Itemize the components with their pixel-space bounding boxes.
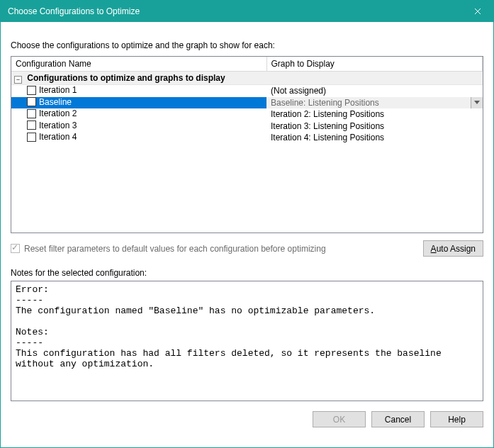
row-label: Iteration 1: [39, 85, 77, 95]
close-button[interactable]: [461, 1, 493, 22]
table-row[interactable]: Iteration 3 Iteration 3: Listening Posit…: [11, 121, 483, 133]
row-label: Iteration 2: [39, 108, 77, 118]
row-checkbox[interactable]: [27, 121, 36, 130]
cancel-button[interactable]: Cancel: [371, 411, 425, 427]
table-row[interactable]: Baseline Baseline: Listening Positions: [11, 97, 483, 109]
row-checkbox[interactable]: [27, 133, 36, 142]
auto-assign-button[interactable]: Auto Assign: [423, 240, 483, 257]
row-checkbox[interactable]: [27, 97, 36, 106]
table-row[interactable]: Iteration 4 Iteration 4: Listening Posit…: [11, 132, 483, 144]
row-checkbox[interactable]: [27, 109, 36, 118]
collapse-toggle-icon[interactable]: −: [14, 76, 22, 84]
ok-button: OK: [313, 411, 366, 427]
graph-cell[interactable]: (Not assigned): [266, 85, 483, 97]
instruction-text: Choose the configurations to optimize an…: [11, 40, 483, 50]
row-label: Iteration 3: [39, 121, 77, 130]
row-checkbox[interactable]: [27, 86, 36, 95]
titlebar: Choose Configurations to Optimize: [1, 1, 493, 22]
notes-textarea[interactable]: Error: ----- The configuration named "Ba…: [11, 281, 483, 401]
section-header: Configurations to optimize and graphs to…: [27, 73, 225, 83]
row-label: Iteration 4: [39, 132, 77, 142]
table-row[interactable]: Iteration 2 Iteration 2: Listening Posit…: [11, 108, 483, 121]
graph-cell[interactable]: Iteration 3: Listening Positions: [266, 121, 483, 133]
graph-cell[interactable]: Iteration 4: Listening Positions: [266, 132, 483, 144]
window-title: Choose Configurations to Optimize: [8, 6, 140, 16]
reset-checkbox: [11, 244, 20, 253]
table-row[interactable]: Iteration 1 (Not assigned): [11, 85, 483, 97]
col-header-name[interactable]: Configuration Name: [11, 57, 266, 72]
notes-label: Notes for the selected configuration:: [11, 268, 483, 278]
reset-checkbox-wrap: Reset filter parameters to default value…: [11, 244, 326, 254]
config-grid: Configuration Name Graph to Display − Co…: [11, 56, 483, 233]
reset-checkbox-label: Reset filter parameters to default value…: [24, 244, 326, 254]
chevron-down-icon[interactable]: [471, 97, 483, 109]
row-label: Baseline: [39, 97, 72, 107]
graph-cell[interactable]: Iteration 2: Listening Positions: [266, 108, 483, 121]
col-header-graph[interactable]: Graph to Display: [266, 57, 483, 72]
help-button[interactable]: Help: [430, 411, 483, 427]
graph-cell[interactable]: Baseline: Listening Positions: [266, 97, 483, 109]
